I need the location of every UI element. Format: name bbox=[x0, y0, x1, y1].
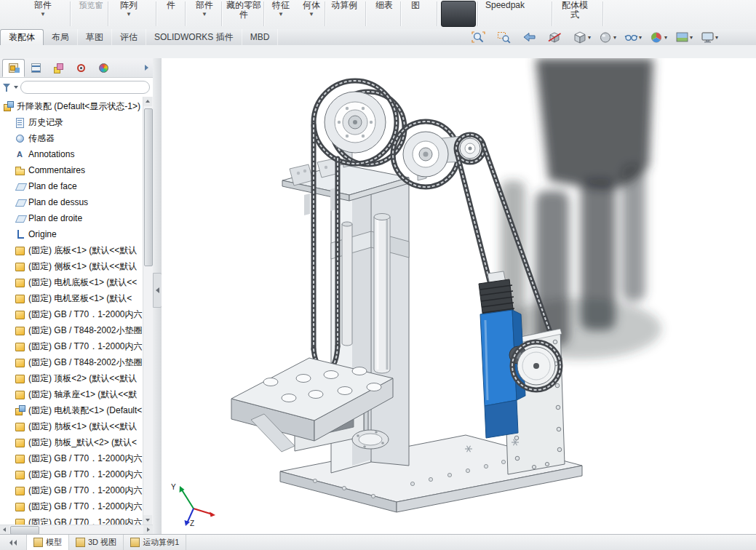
ribbon-button[interactable]: 配体模式 bbox=[560, 1, 589, 20]
ribbon-button[interactable]: 特征 ▼ bbox=[266, 1, 295, 17]
ribbon-button[interactable]: 件 bbox=[160, 1, 182, 11]
sprocket-left[interactable] bbox=[325, 92, 386, 153]
previous-view-icon bbox=[522, 31, 536, 44]
statusbar-tab[interactable]: 模型 bbox=[27, 535, 69, 550]
tree-item[interactable]: (固定) 顶板<2> (默认<<默认 bbox=[0, 370, 153, 386]
previous-view-button[interactable] bbox=[521, 31, 544, 44]
ribbon-button-label: 图 bbox=[405, 1, 426, 10]
ribbon-button[interactable]: 藏的零部件 bbox=[226, 1, 262, 20]
ribbon-button[interactable]: 阵列 ▼ bbox=[112, 1, 146, 17]
displaymanager-icon bbox=[98, 63, 109, 73]
tree-horizontal-scrollbar[interactable] bbox=[0, 525, 153, 535]
guide-rod[interactable] bbox=[342, 222, 352, 346]
guide-cylinder[interactable] bbox=[374, 214, 390, 374]
tree-item[interactable]: (固定) GB / T70．1-2000内六 bbox=[0, 338, 153, 354]
headsup-view-toolbar: ▾ ▾ ▾ ▾ bbox=[470, 29, 756, 45]
tree-item-label: Plan de dessus bbox=[28, 197, 88, 207]
scroll-right-button[interactable] bbox=[143, 525, 153, 534]
dimxpertmanager-icon bbox=[76, 63, 87, 73]
tree-item[interactable]: (固定) 电机竖板<1> (默认< bbox=[0, 290, 153, 306]
tree-item[interactable]: (固定) GB / T70．1-2000内六 bbox=[0, 482, 153, 498]
tree-item[interactable]: (固定) 电机底板<1> (默认<< bbox=[0, 274, 153, 290]
command-tab[interactable]: 装配体 bbox=[0, 29, 44, 45]
scroll-down-button[interactable] bbox=[143, 515, 152, 525]
ribbon-button[interactable]: 图 bbox=[405, 1, 426, 11]
zoom-to-area-button[interactable] bbox=[496, 31, 519, 44]
pressed-ribbon-button[interactable] bbox=[441, 1, 476, 27]
ribbon-button[interactable]: 动算例 bbox=[327, 1, 361, 11]
tree-item[interactable]: Origine bbox=[0, 226, 153, 242]
statusbar-nav-arrows[interactable] bbox=[0, 535, 27, 550]
tree-item[interactable]: (固定) 轴承座<1> (默认<<默 bbox=[0, 386, 153, 402]
statusbar-tab[interactable]: 3D 视图 bbox=[69, 535, 124, 550]
scrollbar-thumb[interactable] bbox=[144, 108, 153, 266]
tree-item[interactable]: 历史记录 bbox=[0, 114, 153, 130]
edit-appearance-button[interactable]: ▾ bbox=[648, 31, 672, 44]
ribbon-button[interactable]: 部件 ▼ bbox=[26, 1, 60, 17]
filter-input[interactable] bbox=[20, 81, 150, 94]
filter-dropdown-icon[interactable] bbox=[14, 86, 18, 89]
filter-icon[interactable] bbox=[3, 83, 12, 92]
tree-item[interactable]: Plan de dessus bbox=[0, 194, 153, 210]
command-tab[interactable]: 布局 bbox=[44, 29, 78, 45]
tree-item[interactable]: 升降装配 (Default<显示状态-1>) bbox=[0, 98, 153, 114]
tree-item[interactable]: 传感器 bbox=[0, 130, 153, 146]
propertymanager-icon bbox=[31, 63, 41, 73]
tree-item[interactable]: Annotations bbox=[0, 146, 153, 162]
graphics-viewport[interactable]: Y Z bbox=[162, 58, 756, 535]
tree-item[interactable]: (固定) 肋板_默认<2> (默认< bbox=[0, 434, 153, 450]
scroll-up-button[interactable] bbox=[143, 97, 152, 106]
3d-assembly-model[interactable] bbox=[162, 58, 756, 535]
tree-item[interactable]: Plan de droite bbox=[0, 210, 153, 226]
view-orientation-button[interactable]: ▾ bbox=[572, 31, 595, 44]
tree-item[interactable]: (固定) GB / T70．1-2000内六 bbox=[0, 514, 153, 525]
tree-item-label: (固定) GB / T70．1-2000内六 bbox=[28, 340, 143, 353]
tree-item[interactable]: (固定) GB / T848-2002小垫圈 bbox=[0, 354, 153, 370]
command-tab[interactable]: 评估 bbox=[112, 29, 146, 45]
view-settings-button[interactable]: ▾ bbox=[699, 31, 723, 44]
tree-vertical-scrollbar[interactable] bbox=[143, 97, 153, 525]
ribbon-button-label: Speedpak bbox=[482, 1, 528, 10]
command-tab[interactable]: 草图 bbox=[78, 29, 112, 45]
tree-item[interactable]: Commentaires bbox=[0, 162, 153, 178]
apply-scene-button[interactable]: ▾ bbox=[674, 31, 697, 44]
tab-displaymanager[interactable] bbox=[92, 59, 115, 77]
hide-show-items-button[interactable]: ▾ bbox=[623, 31, 646, 44]
tree-item[interactable]: (固定) 电机装配<1> (Default< bbox=[0, 402, 153, 418]
statusbar-tab[interactable]: 运动算例1 bbox=[124, 535, 186, 550]
expand-panel-button[interactable] bbox=[141, 62, 151, 73]
bottom-flange[interactable] bbox=[352, 430, 389, 449]
part-icon bbox=[15, 357, 25, 368]
command-tab[interactable]: SOLIDWORKS 插件 bbox=[146, 29, 242, 45]
tab-propertymanager[interactable] bbox=[25, 59, 47, 77]
tree-item[interactable]: Plan de face bbox=[0, 178, 153, 194]
tree-item[interactable]: (固定) GB / T848-2002小垫圈 bbox=[0, 322, 153, 338]
y-axis-label: Y bbox=[171, 483, 176, 491]
ribbon-button[interactable]: 何体 ▼ bbox=[297, 1, 326, 17]
ribbon-button[interactable]: 预览窗 bbox=[74, 1, 108, 11]
ribbon-button[interactable]: Speedpak bbox=[482, 1, 528, 11]
drive-pulley[interactable] bbox=[509, 342, 560, 390]
tree-item[interactable]: (固定) GB / T70．1-2000内六 bbox=[0, 450, 153, 466]
ribbon-button[interactable]: 细表 bbox=[370, 1, 399, 11]
tab-featuremanager[interactable] bbox=[2, 59, 25, 77]
tree-item[interactable]: (固定) GB / T70．1-2000内六 bbox=[0, 466, 153, 482]
section-view-button[interactable] bbox=[546, 31, 570, 44]
ribbon-button-label: 部件 bbox=[26, 1, 60, 10]
tree-item[interactable]: (固定) 底板<1> (默认<<默认 bbox=[0, 242, 153, 258]
tab-configurationmanager[interactable] bbox=[47, 59, 70, 77]
part-icon bbox=[15, 421, 25, 432]
tree-item[interactable]: (固定) 侧板<1> (默认<<默认 bbox=[0, 258, 153, 274]
zoom-to-fit-button[interactable] bbox=[470, 31, 493, 44]
tree-item[interactable]: (固定) 肋板<1> (默认<<默认 bbox=[0, 418, 153, 434]
ribbon-button[interactable]: 部件 ▼ bbox=[188, 1, 221, 17]
display-style-button[interactable]: ▾ bbox=[597, 31, 621, 44]
scroll-left-button[interactable] bbox=[0, 525, 9, 534]
tree-item[interactable]: (固定) GB / T70．1-2000内六 bbox=[0, 498, 153, 514]
tree-item[interactable]: (固定) GB / T70．1-2000内六 bbox=[0, 306, 153, 322]
part-icon bbox=[15, 453, 25, 464]
feature-tree: 升降装配 (Default<显示状态-1>) 历史记录 传感器 Annotati… bbox=[0, 97, 153, 525]
part-icon bbox=[15, 245, 25, 256]
tab-dimxpertmanager[interactable] bbox=[70, 59, 92, 77]
command-tab[interactable]: MBD bbox=[242, 29, 279, 45]
